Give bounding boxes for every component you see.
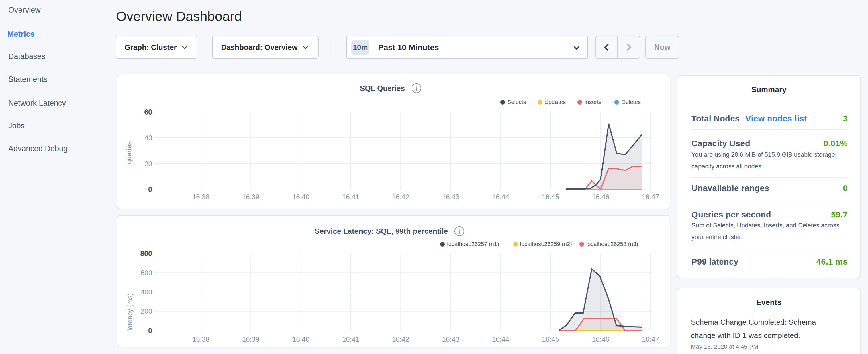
svg-text:16:42: 16:42: [392, 193, 409, 201]
svg-text:20: 20: [145, 160, 152, 167]
svg-text:16:38: 16:38: [192, 193, 210, 201]
svg-text:16:43: 16:43: [442, 335, 459, 343]
svg-text:16:43: 16:43: [442, 193, 459, 201]
svg-text:16:44: 16:44: [492, 193, 509, 201]
svg-text:16:47: 16:47: [642, 193, 659, 201]
svg-text:16:47: 16:47: [642, 335, 659, 343]
svg-text:400: 400: [141, 288, 152, 296]
svg-text:0: 0: [148, 185, 152, 193]
svg-text:16:46: 16:46: [592, 193, 609, 201]
svg-text:16:40: 16:40: [292, 193, 309, 201]
svg-text:200: 200: [141, 307, 152, 315]
svg-text:800: 800: [140, 250, 152, 257]
svg-text:16:42: 16:42: [392, 335, 409, 343]
svg-text:latency (ms): latency (ms): [126, 293, 133, 331]
svg-text:16:46: 16:46: [592, 335, 609, 343]
svg-text:600: 600: [141, 269, 152, 277]
svg-text:60: 60: [144, 108, 152, 116]
svg-text:40: 40: [145, 134, 152, 142]
svg-text:16:45: 16:45: [542, 335, 559, 343]
svg-text:16:44: 16:44: [492, 335, 509, 343]
svg-text:0: 0: [148, 326, 152, 334]
svg-text:16:45: 16:45: [542, 193, 559, 201]
svg-text:queries: queries: [125, 141, 133, 164]
svg-text:16:38: 16:38: [192, 335, 210, 343]
svg-text:16:39: 16:39: [242, 193, 259, 201]
svg-text:16:41: 16:41: [342, 335, 359, 343]
svg-text:16:41: 16:41: [342, 193, 359, 201]
svg-text:16:39: 16:39: [242, 335, 259, 343]
svg-text:16:40: 16:40: [292, 335, 309, 343]
